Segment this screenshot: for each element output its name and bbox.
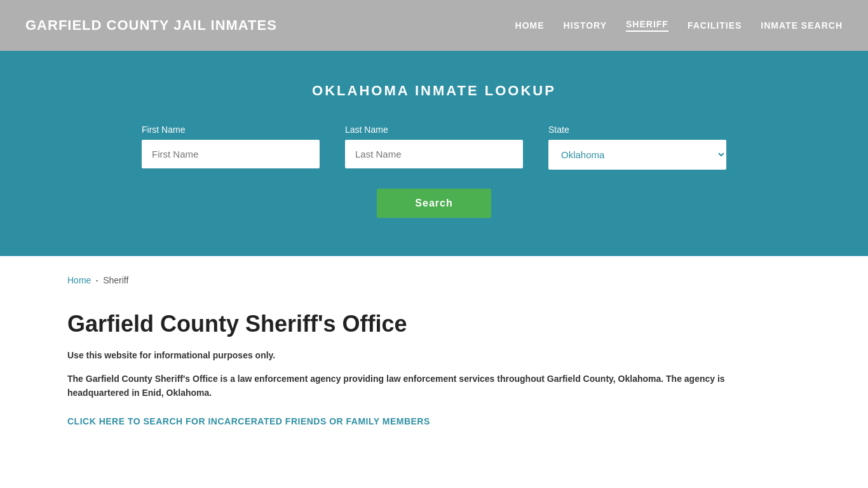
search-button[interactable]: Search [377,189,491,218]
cta-link[interactable]: CLICK HERE to Search for Incarcerated Fr… [67,416,430,426]
nav-facilities[interactable]: FACILITIES [688,20,742,30]
page-heading: Garfield County Sheriff's Office [67,311,801,337]
page-subtitle: Use this website for informational purpo… [67,350,801,360]
search-section: OKLAHOMA INMATE LOOKUP First Name Last N… [0,51,868,256]
state-select[interactable]: Oklahoma [548,140,726,170]
last-name-label: Last Name [345,125,523,135]
breadcrumb-home[interactable]: Home [67,275,91,285]
breadcrumb: Home • Sheriff [0,256,868,292]
search-title: OKLAHOMA INMATE LOOKUP [25,83,843,99]
main-nav: HOME HISTORY SHERIFF FACILITIES INMATE S… [515,19,843,32]
first-name-group: First Name [142,125,320,170]
search-fields: First Name Last Name State Oklahoma [85,125,783,170]
first-name-input[interactable] [142,140,320,168]
breadcrumb-current: Sheriff [103,275,128,285]
page-description: The Garfield County Sheriff's Office is … [67,372,735,400]
search-form: First Name Last Name State Oklahoma Sear… [25,125,843,218]
nav-sheriff[interactable]: SHERIFF [626,19,668,32]
nav-inmate-search[interactable]: INMATE SEARCH [761,20,843,30]
breadcrumb-separator: • [96,278,98,283]
last-name-input[interactable] [345,140,523,168]
main-content: Garfield County Sheriff's Office Use thi… [0,292,868,452]
site-title: GARFIELD COUNTY JAIL INMATES [25,17,277,34]
nav-history[interactable]: HISTORY [564,20,607,30]
state-group: State Oklahoma [548,125,726,170]
state-label: State [548,125,726,135]
site-header: GARFIELD COUNTY JAIL INMATES HOME HISTOR… [0,0,868,51]
nav-home[interactable]: HOME [515,20,545,30]
first-name-label: First Name [142,125,320,135]
last-name-group: Last Name [345,125,523,170]
